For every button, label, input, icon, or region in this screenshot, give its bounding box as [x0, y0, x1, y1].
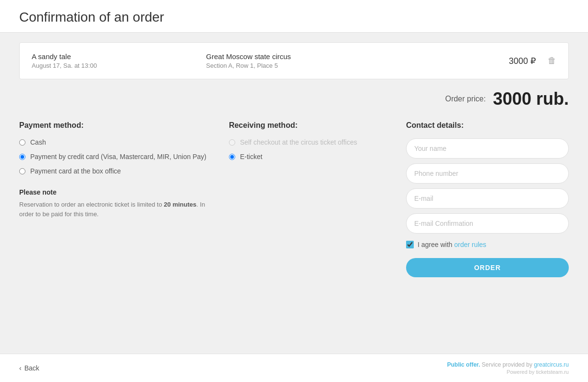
receiving-label-eticket: E-ticket — [240, 153, 263, 160]
please-note-text: Reservation to order an electronic ticke… — [19, 200, 215, 219]
event-name: A sandy tale — [32, 52, 196, 61]
bottom-section: Payment method: Cash Payment by credit c… — [19, 121, 569, 277]
please-note: Please note Reservation to order an elec… — [19, 188, 215, 219]
phone-input[interactable] — [406, 163, 569, 184]
receiving-radio-group: Self checkout at the circus ticket offic… — [229, 138, 392, 160]
agree-text: I agree with order rules — [418, 241, 486, 248]
payment-method-title: Payment method: — [19, 121, 215, 130]
payment-option-cash[interactable]: Cash — [19, 138, 215, 146]
order-card: A sandy tale August 17, Sa. at 13:00 Gre… — [19, 42, 569, 79]
event-date: August 17, Sa. at 13:00 — [32, 62, 196, 69]
order-price-row: Order price: 3000 rub. — [19, 89, 569, 109]
service-link[interactable]: greatcircus.ru — [534, 361, 569, 368]
delete-icon[interactable]: 🗑 — [548, 56, 556, 66]
please-note-before: Reservation to order an electronic ticke… — [19, 201, 164, 208]
back-label: Back — [24, 364, 39, 372]
back-chevron-icon: ‹ — [19, 364, 22, 372]
back-link[interactable]: ‹ Back — [19, 364, 39, 372]
page-title: Confirmation of an order — [19, 10, 569, 25]
venue-info: Great Moscow state circus Section A, Row… — [196, 52, 371, 69]
order-price-value: 3000 rub. — [493, 89, 569, 109]
page-footer: ‹ Back Public offer. Service provided by… — [0, 354, 588, 382]
payment-label-box: Payment card at the box office — [30, 167, 121, 175]
payment-label-cash: Cash — [30, 138, 46, 146]
receiving-radio-eticket[interactable] — [229, 154, 235, 160]
payment-method-section: Payment method: Cash Payment by credit c… — [19, 121, 215, 277]
event-info: A sandy tale August 17, Sa. at 13:00 — [32, 52, 196, 69]
contact-details-section: Contact details: I agree with order rule… — [406, 121, 569, 277]
payment-radio-cash[interactable] — [19, 139, 25, 146]
main-content: A sandy tale August 17, Sa. at 13:00 Gre… — [0, 33, 588, 354]
footer-service-text: Service provided by — [482, 361, 534, 368]
order-button[interactable]: ORDER — [406, 258, 569, 277]
receiving-option-eticket[interactable]: E-ticket — [229, 153, 392, 160]
payment-radio-group: Cash Payment by credit card (Visa, Maste… — [19, 138, 215, 175]
contact-details-title: Contact details: — [406, 121, 569, 130]
contact-form: I agree with order rules ORDER — [406, 138, 569, 277]
email-confirm-input[interactable] — [406, 213, 569, 234]
receiving-method-title: Receiving method: — [229, 121, 392, 130]
payment-option-card[interactable]: Payment by credit card (Visa, Mastercard… — [19, 153, 215, 160]
please-note-title: Please note — [19, 188, 215, 196]
receiving-method-section: Receiving method: Self checkout at the c… — [229, 121, 392, 277]
your-name-input[interactable] — [406, 138, 569, 159]
payment-label-card: Payment by credit card (Visa, Mastercard… — [30, 153, 206, 160]
email-input[interactable] — [406, 188, 569, 209]
footer-right: Public offer. Service provided by greatc… — [447, 361, 569, 375]
order-price-label: Order price: — [445, 95, 485, 103]
agree-checkbox[interactable] — [406, 241, 414, 248]
ticket-price: 3000 ₽ — [371, 56, 536, 66]
payment-radio-box[interactable] — [19, 168, 25, 174]
powered-text: Powered by ticketsteam.ru — [447, 369, 569, 375]
page-header: Confirmation of an order — [0, 0, 588, 33]
please-note-bold: 20 minutes — [164, 201, 196, 208]
public-offer-link[interactable]: Public offer. — [447, 361, 480, 368]
venue-name: Great Moscow state circus — [206, 52, 371, 61]
venue-seat: Section A, Row 1, Place 5 — [206, 62, 371, 69]
payment-option-box[interactable]: Payment card at the box office — [19, 167, 215, 175]
order-rules-link[interactable]: order rules — [454, 241, 486, 248]
payment-radio-card[interactable] — [19, 154, 25, 160]
receiving-option-self[interactable]: Self checkout at the circus ticket offic… — [229, 138, 392, 146]
receiving-label-self: Self checkout at the circus ticket offic… — [240, 138, 357, 146]
agree-row: I agree with order rules — [406, 241, 569, 248]
receiving-radio-self[interactable] — [229, 139, 235, 146]
agree-text-before: I agree with — [418, 241, 454, 248]
